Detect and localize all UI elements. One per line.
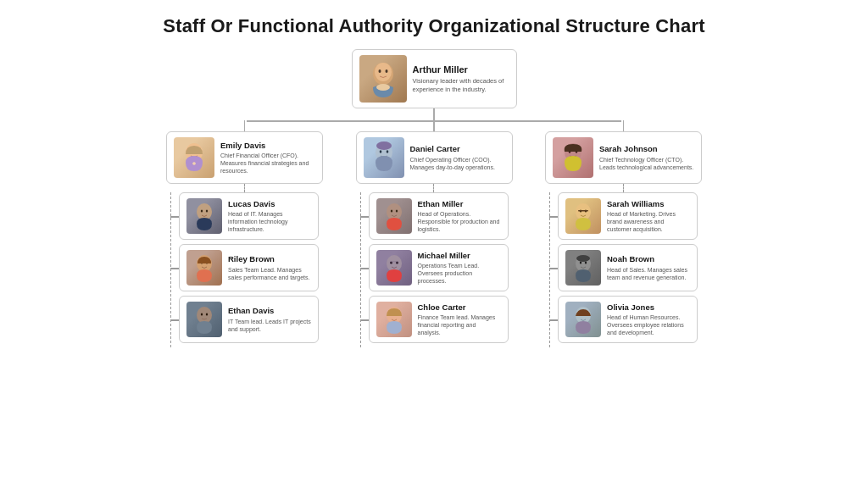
node-desc-emily-davis: Chief Financial Officer (CFO). Measures … xyxy=(220,152,315,175)
svg-point-9 xyxy=(201,209,203,212)
wrap-lucas: Lucas Davis Head of IT. Manages informat… xyxy=(179,192,319,240)
svg-point-40 xyxy=(585,261,587,263)
svg-rect-37 xyxy=(578,210,588,212)
avatar-lucas-davis xyxy=(186,198,222,234)
node-name-emily-davis: Emily Davis xyxy=(220,141,315,150)
node-info-olivia: Olivia Jones Head of Human Resources. Ov… xyxy=(607,302,690,337)
avatar-olivia-jones xyxy=(565,302,601,337)
node-info-chloe: Chloe Carter Finance Team lead. Manages … xyxy=(418,302,501,337)
page-title: Staff Or Functional Authority Organizati… xyxy=(163,15,704,37)
svg-point-39 xyxy=(580,261,581,263)
svg-point-20 xyxy=(376,141,392,150)
conn-emily-sub xyxy=(244,184,246,192)
node-desc-michael: Operations Team Lead. Oversees productio… xyxy=(418,262,501,285)
org-chart: Arthur Miller Visionary leader with deca… xyxy=(17,49,851,480)
node-info-riley: Riley Brown Sales Team Lead. Manages sal… xyxy=(228,254,311,281)
node-noah-brown: Noah Brown Head of Sales. Manages sales … xyxy=(558,244,698,291)
node-ethan-davis: Ethan Davis IT Team lead. Leads IT proje… xyxy=(179,296,319,343)
node-info-lucas: Lucas Davis Head of IT. Manages informat… xyxy=(228,199,311,234)
connector-root-down xyxy=(433,108,435,120)
avatar-daniel-carter xyxy=(364,137,404,178)
node-desc-olivia: Head of Human Resources. Oversees employ… xyxy=(607,313,690,336)
col-sarah-j: Sarah Johnson Chief Technology Officer (… xyxy=(533,120,714,347)
h-branch-line xyxy=(247,120,621,122)
conn-sarah-v xyxy=(623,120,625,131)
node-desc-ethan-d: IT Team lead. Leads IT projects and supp… xyxy=(228,318,311,333)
svg-point-19 xyxy=(386,150,388,153)
wrap-sarah-w: Sarah Williams Head of Marketing. Drives… xyxy=(558,192,698,240)
node-name-sarah-j: Sarah Johnson xyxy=(599,144,694,153)
node-info-ethan-d: Ethan Davis IT Team lead. Leads IT proje… xyxy=(228,306,311,333)
wrap-chloe: Chloe Carter Finance Team lead. Manages … xyxy=(369,296,509,343)
sub-branch-sarah-j: Sarah Williams Head of Marketing. Drives… xyxy=(549,192,698,347)
svg-point-3 xyxy=(385,69,387,73)
node-info-sarah-j: Sarah Johnson Chief Technology Officer (… xyxy=(599,144,694,171)
node-info-michael: Michael Miller Operations Team Lead. Ove… xyxy=(418,251,501,286)
node-desc-sarah-j: Chief Technology Officer (CTO). Leads te… xyxy=(599,156,694,171)
node-name-olivia: Olivia Jones xyxy=(607,302,690,312)
node-desc-noah: Head of Sales. Manages sales team and re… xyxy=(607,266,690,281)
svg-rect-27 xyxy=(390,261,398,263)
wrap-olivia: Olivia Jones Head of Human Resources. Ov… xyxy=(558,296,698,343)
svg-point-22 xyxy=(390,209,392,212)
page: Staff Or Functional Authority Organizati… xyxy=(0,0,868,488)
node-name-ethan-d: Ethan Davis xyxy=(228,306,311,315)
svg-point-23 xyxy=(395,209,397,212)
node-name-chloe: Chloe Carter xyxy=(418,302,501,312)
node-michael-miller: Michael Miller Operations Team Lead. Ove… xyxy=(369,244,509,291)
node-daniel-carter: Daniel Carter Chief Operating Officer (C… xyxy=(356,131,513,184)
wrap-ethan-m: Ethan Miller Head of Operations. Respons… xyxy=(369,192,509,240)
node-desc-riley: Sales Team Lead. Manages sales performan… xyxy=(228,266,311,281)
node-name-sarah-w: Sarah Williams xyxy=(607,199,690,208)
node-name-daniel: Daniel Carter xyxy=(410,144,505,153)
avatar-riley-brown xyxy=(186,250,222,286)
wrap-noah: Noah Brown Head of Sales. Manages sales … xyxy=(558,244,698,291)
avatar-ethan-miller xyxy=(376,198,412,234)
node-sarah-williams: Sarah Williams Head of Marketing. Drives… xyxy=(558,192,698,240)
svg-point-4 xyxy=(376,84,390,91)
conn-emily-v xyxy=(244,120,246,131)
node-info-noah: Noah Brown Head of Sales. Manages sales … xyxy=(607,254,690,281)
svg-point-16 xyxy=(206,313,208,315)
node-desc-chloe: Finance Team lead. Manages financial rep… xyxy=(418,313,501,336)
node-desc-daniel: Chief Operating Officer (COO). Manages d… xyxy=(410,156,505,171)
wrap-ethan-d: Ethan Davis IT Team lead. Leads IT proje… xyxy=(179,296,319,343)
node-chloe-carter: Chloe Carter Finance Team lead. Manages … xyxy=(369,296,509,343)
avatar-arthur-miller xyxy=(359,55,407,103)
node-name-arthur-miller: Arthur Miller xyxy=(413,64,509,75)
conn-daniel-sub xyxy=(433,184,435,192)
svg-point-18 xyxy=(379,150,381,153)
avatar-michael-miller xyxy=(376,250,412,286)
node-sarah-johnson: Sarah Johnson Chief Technology Officer (… xyxy=(545,131,702,184)
avatar-emily-davis xyxy=(174,137,214,178)
node-name-noah: Noah Brown xyxy=(607,254,690,263)
wrap-michael: Michael Miller Operations Team Lead. Ove… xyxy=(369,244,509,291)
node-olivia-jones: Olivia Jones Head of Human Resources. Ov… xyxy=(558,296,698,343)
node-name-michael: Michael Miller xyxy=(418,251,501,260)
conn-daniel-v xyxy=(433,120,435,131)
node-desc-sarah-w: Head of Marketing. Drives brand awarenes… xyxy=(607,210,690,233)
node-name-lucas: Lucas Davis xyxy=(228,199,311,208)
avatar-sarah-williams xyxy=(565,198,601,234)
node-lucas-davis: Lucas Davis Head of IT. Manages informat… xyxy=(179,192,319,240)
node-desc-ethan-m: Head of Operations. Responsible for prod… xyxy=(418,210,501,233)
level1-row: Emily Davis Chief Financial Officer (CFO… xyxy=(154,120,714,347)
node-info-arthur-miller: Arthur Miller Visionary leader with deca… xyxy=(413,64,509,94)
root-wrapper: Arthur Miller Visionary leader with deca… xyxy=(352,49,517,120)
node-riley-brown: Riley Brown Sales Team Lead. Manages sal… xyxy=(179,244,319,291)
svg-point-10 xyxy=(206,209,208,212)
avatar-chloe-carter xyxy=(376,302,412,337)
svg-point-41 xyxy=(576,255,590,262)
node-desc-lucas: Head of IT. Manages information technolo… xyxy=(228,210,311,233)
conn-sarah-j-sub xyxy=(623,184,625,192)
wrap-riley: Riley Brown Sales Team Lead. Manages sal… xyxy=(179,244,319,291)
node-name-ethan-m: Ethan Miller xyxy=(418,199,501,208)
node-ethan-miller: Ethan Miller Head of Operations. Respons… xyxy=(369,192,509,240)
col-emily: Emily Davis Chief Financial Officer (CFO… xyxy=(154,120,335,347)
svg-point-2 xyxy=(378,69,381,73)
sub-branch-daniel: Ethan Miller Head of Operations. Respons… xyxy=(360,192,509,347)
avatar-ethan-davis xyxy=(186,302,222,337)
svg-point-15 xyxy=(201,313,203,315)
avatar-noah-brown xyxy=(565,250,601,286)
avatar-sarah-johnson xyxy=(553,137,593,178)
